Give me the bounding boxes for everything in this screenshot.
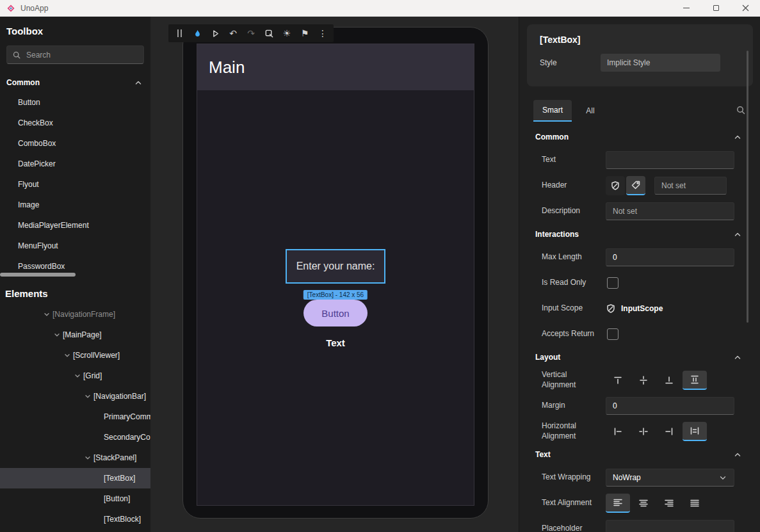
tree-item-scrollviewer[interactable]: [ScrollViewer] (0, 345, 150, 366)
chevron-down-icon[interactable] (82, 454, 93, 462)
properties-scrollbar[interactable] (747, 51, 748, 323)
text-wrapping-dropdown[interactable]: NoWrap (606, 469, 734, 487)
tree-item-grid[interactable]: [Grid] (0, 366, 150, 386)
chevron-down-icon[interactable] (51, 331, 63, 339)
close-button[interactable] (731, 0, 760, 16)
chevron-down-icon[interactable] (82, 392, 93, 400)
search-icon (12, 51, 21, 60)
valign-stretch-button[interactable] (683, 371, 707, 390)
text-wrapping-value: NoWrap (613, 473, 641, 482)
header-input[interactable]: Not set (654, 177, 727, 195)
tree-item-mainpage[interactable]: [MainPage] (0, 325, 150, 345)
culture-button[interactable]: ⚑ (298, 26, 312, 40)
toolbox-item-checkbox[interactable]: CheckBox (0, 113, 150, 133)
undo-icon: ↶ (229, 28, 237, 38)
toolbox-horizontal-scrollbar[interactable] (0, 273, 76, 277)
maximize-button[interactable] (701, 0, 731, 16)
description-input[interactable]: Not set (606, 202, 734, 220)
more-options-button[interactable]: ⋮ (316, 26, 330, 40)
tree-item-primarycommands[interactable]: PrimaryComm (0, 407, 150, 427)
text-align-justify-icon (690, 498, 700, 508)
tab-smart[interactable]: Smart (533, 100, 572, 122)
tree-item-textblock[interactable]: [TextBlock] (0, 509, 150, 529)
placeholder-input[interactable] (606, 520, 734, 532)
header-tag-toggle[interactable] (626, 176, 645, 195)
canvas-textblock[interactable]: Text (326, 337, 345, 348)
play-button[interactable] (208, 26, 222, 40)
chevron-up-icon[interactable] (733, 450, 742, 459)
margin-input[interactable]: 0 (606, 397, 734, 415)
element-picker-button[interactable] (262, 26, 276, 40)
text-input[interactable] (606, 151, 734, 169)
selected-textbox[interactable]: Enter your name: (286, 249, 385, 284)
halign-right-button[interactable] (657, 422, 681, 441)
tree-item-textbox[interactable]: [TextBox] (0, 468, 150, 488)
tree-item-label: [MainPage] (63, 330, 102, 339)
valign-center-button[interactable] (631, 371, 656, 390)
valign-bottom-button[interactable] (657, 371, 681, 390)
canvas-button[interactable]: Button (303, 300, 368, 326)
device-screen[interactable]: Main Enter your name: [TextBox] - 142 x … (197, 44, 474, 506)
grip-handle[interactable] (172, 26, 186, 40)
search-input[interactable] (26, 51, 129, 60)
minimize-button[interactable] (672, 0, 701, 16)
hot-reload-button[interactable] (190, 26, 204, 40)
toolbox-section-common[interactable]: Common (0, 74, 150, 91)
properties-panel: [TextBox] Style Implicit Style Smart All… (519, 17, 760, 532)
undo-button[interactable]: ↶ (226, 26, 240, 40)
toolbox-search[interactable] (6, 45, 144, 64)
input-scope-value[interactable]: InputScope (621, 304, 663, 313)
chevron-up-icon[interactable] (733, 230, 742, 239)
tree-item-stackpanel[interactable]: [StackPanel] (0, 447, 150, 468)
section-text[interactable]: Text (519, 444, 760, 465)
toolbox-item-button[interactable]: Button (0, 92, 150, 113)
toolbox-item-combobox[interactable]: ComboBox (0, 133, 150, 154)
chevron-down-icon[interactable] (72, 372, 83, 380)
text-align-center-button[interactable] (631, 494, 656, 513)
tree-item-navigationbar[interactable]: [NavigationBar] (0, 386, 150, 407)
max-length-input[interactable]: 0 (606, 248, 734, 266)
toolbox-item-datepicker[interactable]: DatePicker (0, 154, 150, 174)
shield-icon (606, 303, 616, 314)
design-canvas[interactable]: ↶ ↷ ☀ ⚑ ⋮ Main Enter your name: [TextBox… (150, 17, 519, 532)
halign-stretch-button[interactable] (683, 422, 707, 441)
toolbox-item-menuflyout[interactable]: MenuFlyout (0, 236, 150, 256)
navigationbar[interactable]: Main (197, 44, 474, 90)
section-common[interactable]: Common (519, 127, 760, 147)
prop-row-description: Description Not set (519, 198, 760, 224)
chevron-up-icon[interactable] (733, 353, 742, 362)
properties-search-button[interactable] (736, 105, 746, 118)
toolbox-item-mediaplayerelement[interactable]: MediaPlayerElement (0, 215, 150, 236)
text-align-left-icon (613, 497, 623, 508)
tree-item-secondarycommands[interactable]: SecondaryCo (0, 427, 150, 447)
halign-center-button[interactable] (631, 422, 656, 441)
tab-all[interactable]: All (572, 100, 609, 122)
chevron-up-icon[interactable] (134, 78, 143, 87)
valign-top-icon (613, 375, 623, 385)
valign-stretch-icon (690, 375, 700, 385)
chevron-down-icon[interactable] (61, 351, 73, 359)
section-interactions[interactable]: Interactions (519, 224, 760, 245)
chevron-up-icon[interactable] (733, 133, 742, 141)
chevron-down-icon[interactable] (41, 310, 53, 318)
toolbox-item-image[interactable]: Image (0, 195, 150, 215)
halign-left-button[interactable] (606, 422, 630, 441)
text-align-left-button[interactable] (606, 494, 630, 513)
toolbox-item-flyout[interactable]: Flyout (0, 174, 150, 195)
style-input[interactable]: Implicit Style (601, 54, 720, 72)
text-align-justify-button[interactable] (683, 494, 707, 513)
tree-item-navigationframe[interactable]: [NavigationFrame] (0, 304, 150, 325)
is-read-only-checkbox[interactable] (607, 277, 619, 289)
accepts-return-checkbox[interactable] (607, 328, 619, 340)
header-binding-toggle[interactable] (606, 176, 625, 195)
section-layout[interactable]: Layout (519, 347, 760, 367)
prop-row-text-wrapping: Text Wrapping NoWrap (519, 465, 760, 490)
valign-top-button[interactable] (606, 371, 630, 390)
horizontal-alignment-group (606, 422, 707, 441)
theme-toggle-button[interactable]: ☀ (280, 26, 294, 40)
prop-label: Is Read Only (542, 278, 606, 288)
section-label: Interactions (535, 230, 579, 239)
tree-item-button[interactable]: [Button] (0, 488, 150, 509)
redo-button[interactable]: ↷ (244, 26, 258, 40)
text-align-right-button[interactable] (657, 494, 681, 513)
